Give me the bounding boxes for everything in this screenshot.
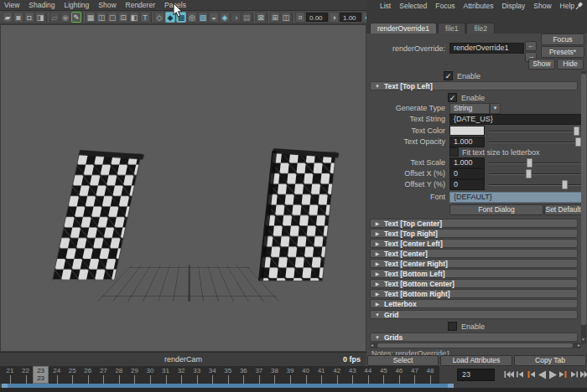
load-attributes-button[interactable]: Load Attributes [440, 355, 512, 366]
text-scale-slider[interactable] [489, 157, 583, 168]
offset-x-slider[interactable] [489, 168, 583, 179]
grease-pencil-icon[interactable]: ✎ [71, 12, 81, 23]
section-grids[interactable]: ▼ Grids [370, 333, 578, 342]
scroll-right-icon[interactable]: ▸ [578, 343, 580, 348]
expand-arrow-icon[interactable]: ▶ [371, 300, 384, 308]
section-text-bottom-left[interactable]: ▶Text [Bottom Left] [370, 269, 578, 278]
enable-checkbox[interactable]: ✓ [444, 71, 453, 80]
go-to-start-button[interactable] [504, 368, 514, 381]
text-color-swatch[interactable] [449, 126, 485, 136]
use-all-lights-icon[interactable]: ◎ [187, 12, 197, 23]
collapse-arrow-icon[interactable]: ▼ [371, 333, 384, 342]
ae-menu-list[interactable]: List [380, 2, 391, 10]
playblast-icon[interactable]: ▰ [3, 12, 13, 23]
offset-x-field[interactable]: 0 [449, 168, 485, 179]
snapshot-icon[interactable]: ⊞ [270, 12, 280, 23]
menu-view[interactable]: View [4, 1, 19, 9]
section-grid[interactable]: ▼ Grid [370, 310, 578, 319]
expand-arrow-icon[interactable]: ▶ [371, 219, 384, 228]
fit-text-checkbox[interactable] [449, 147, 459, 157]
safe-action-icon[interactable]: ⊡ [118, 12, 128, 23]
show-button[interactable]: Show [528, 59, 555, 70]
step-back-frame-button[interactable] [515, 368, 525, 381]
go-to-end-button[interactable] [580, 368, 587, 381]
scroll-left-icon[interactable]: ◂ [371, 343, 373, 348]
text-opacity-slider[interactable] [489, 137, 583, 147]
ae-menu-selected[interactable]: Selected [399, 2, 427, 10]
step-back-key-button[interactable] [526, 368, 536, 381]
field-chart-icon[interactable]: ▢ [107, 12, 117, 23]
section-letterbox[interactable]: ▶Letterbox [370, 299, 578, 308]
slider-thumb[interactable] [526, 169, 532, 178]
collapse-arrow-icon[interactable]: ▼ [371, 82, 384, 90]
ae-menu-focus[interactable]: Focus [435, 2, 455, 10]
expand-arrow-icon[interactable]: ▶ [371, 240, 384, 248]
menu-show[interactable]: Show [98, 1, 116, 9]
expand-arrow-icon[interactable]: ▶ [371, 290, 384, 298]
play-backward-button[interactable] [537, 368, 547, 381]
gamma-field[interactable]: 1.00 [340, 13, 361, 22]
image-plane-icon[interactable]: ▱ [49, 12, 60, 23]
occlusion-icon[interactable]: ◒ [209, 12, 219, 23]
step-forward-frame-button[interactable] [569, 368, 579, 381]
set-default-button[interactable]: Set Default [544, 204, 582, 215]
tab-file1[interactable]: file1 [438, 23, 466, 34]
horizontal-scrollbar[interactable]: ◂ ▸ [370, 343, 581, 348]
slider-thumb[interactable] [562, 180, 568, 189]
frame-text-icon[interactable]: T [140, 12, 150, 23]
camera-lock-icon[interactable]: ◘ [24, 12, 34, 23]
ae-menu-attributes[interactable]: Attributes [463, 2, 493, 10]
bookmark-icon[interactable]: ◨ [35, 12, 45, 23]
presets-button[interactable]: Presets* [541, 46, 584, 58]
multi-pane-icon[interactable]: ◫ [281, 12, 291, 23]
chevron-down-icon[interactable]: ▼ [490, 103, 501, 114]
focus-button[interactable]: Focus [541, 34, 584, 45]
tab-renderoverride1[interactable]: renderOverride1 [370, 23, 437, 34]
step-forward-key-button[interactable] [558, 368, 569, 381]
font-dialog-button[interactable]: Font Dialog [449, 204, 543, 215]
section-text-center-right[interactable]: ▶Text [Center Right] [370, 259, 578, 268]
light-icon[interactable]: ◉ [60, 12, 70, 23]
ttl-enable-checkbox[interactable]: ✓ [448, 93, 457, 102]
shadows-icon[interactable]: ▨ [198, 12, 208, 23]
generate-type-dropdown[interactable]: String [449, 103, 490, 114]
depth-of-field-icon[interactable]: ◑ [231, 12, 241, 23]
text-scale-field[interactable]: 1.000 [449, 157, 485, 168]
slider-thumb[interactable] [574, 126, 579, 136]
resolution-gate-icon[interactable]: ◫ [96, 12, 106, 23]
section-text-top-right[interactable]: ▶Text [Top Right] [370, 229, 578, 238]
copy-attr-in-button[interactable]: ← [525, 41, 537, 51]
text-opacity-field[interactable]: 1.000 [449, 137, 485, 147]
camera-attributes-icon[interactable]: ◙ [13, 12, 23, 23]
current-frame-field[interactable]: 23 [457, 369, 495, 381]
slider-thumb[interactable] [527, 158, 532, 168]
font-field[interactable]: {DEFAULT} [449, 192, 582, 203]
exposure-field[interactable]: 0.00 [306, 13, 328, 22]
play-forward-button[interactable] [548, 368, 558, 381]
expand-arrow-icon[interactable]: ▶ [371, 270, 384, 278]
safe-title-icon[interactable]: ◧ [129, 12, 139, 23]
hide-button[interactable]: Hide [557, 59, 584, 70]
gradient-background-icon[interactable]: ▤ [242, 12, 252, 23]
gamma-icon[interactable]: ◑ [329, 12, 339, 23]
isolate-select-icon[interactable]: ⊠ [256, 12, 266, 23]
offset-y-field[interactable]: 0 [449, 179, 485, 190]
exposure-icon[interactable]: ¤ [295, 12, 305, 23]
expand-arrow-icon[interactable]: ▶ [371, 250, 384, 258]
section-text-bottom-center[interactable]: ▶Text [Bottom Center] [370, 279, 578, 288]
vertical-scroll-thumb[interactable] [581, 74, 586, 325]
grid-enable-checkbox[interactable] [448, 322, 457, 331]
menu-shading[interactable]: Shading [29, 1, 55, 9]
current-time-indicator[interactable]: 2323 [33, 366, 49, 384]
viewport-3d[interactable] [0, 24, 366, 352]
select-button[interactable]: Select [367, 355, 439, 366]
text-string-field[interactable]: {DATE_US} [449, 114, 582, 125]
ae-menu-help[interactable]: Help [560, 2, 574, 10]
expand-arrow-icon[interactable]: ▶ [371, 230, 384, 238]
motion-blur-icon[interactable]: ◈ [220, 12, 230, 23]
ae-menu-show[interactable]: Show [533, 2, 551, 10]
film-gate-icon[interactable]: ▦ [86, 12, 96, 23]
text-color-slider[interactable] [489, 126, 583, 137]
render-override-field[interactable]: renderOverride1 [449, 43, 524, 54]
menu-renderer[interactable]: Renderer [126, 1, 155, 9]
